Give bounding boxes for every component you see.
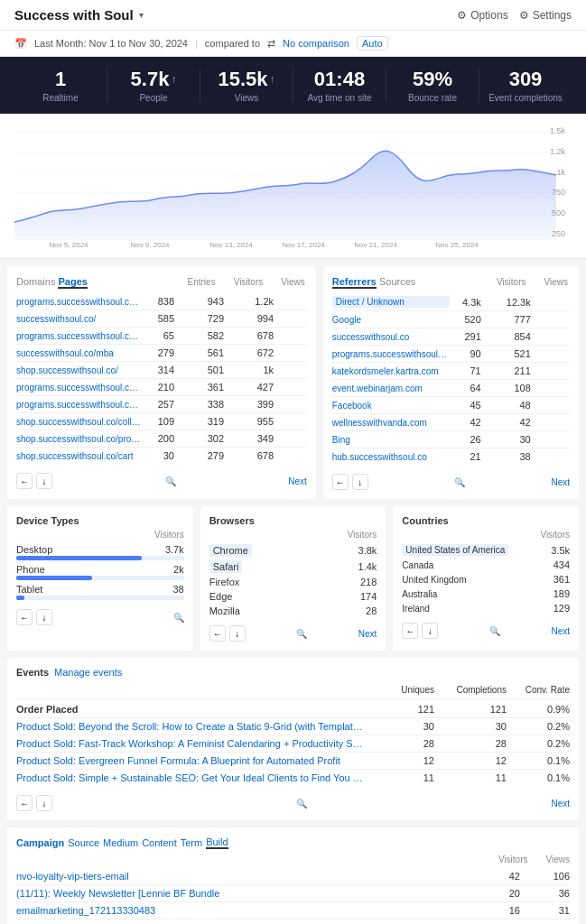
campaign-source-label[interactable]: Source [68,837,99,848]
events-icon-btn[interactable]: ↓ [36,795,52,811]
page-visitors-5: 361 [192,382,224,393]
pages-next-btn[interactable]: Next [288,476,307,486]
browser-visitors-3: 174 [360,591,377,602]
pages-tab[interactable]: Pages [58,276,87,289]
events-search-icon[interactable]: 🔍 [296,799,307,808]
referrer-values-0: 4.3k 12.3k [450,297,531,308]
countries-search-icon[interactable]: 🔍 [489,626,500,636]
table-row: Facebook 45 48 [332,397,570,414]
pages-footer: ← ↓ 🔍 Next [16,469,307,489]
campaign-name-2[interactable]: emailmarketing_172113330483 [16,905,488,916]
device-visitors-1: 2k [173,564,184,575]
referrer-visitors-4: 71 [450,365,481,376]
page-url-8[interactable]: shop.successwithsoul.co/products/the-roo… [16,434,143,444]
event-name-1[interactable]: Product Sold: Beyond the Scroll: How to … [16,721,371,732]
page-url-3[interactable]: successwithsoul.co/mba [16,348,143,358]
page-url-9[interactable]: shop.successwithsoul.co/cart [16,451,143,461]
chevron-down-icon[interactable]: ▾ [139,10,144,20]
table-row: wellnesswithvanda.com 42 42 [332,414,570,431]
page-views-5: 427 [242,382,274,393]
referrers-search-icon[interactable]: 🔍 [454,477,465,487]
event-name-2[interactable]: Product Sold: Fast-Track Workshop: A Fem… [16,738,371,749]
referrer-visitors-3: 90 [450,348,481,359]
list-item: Chrome 3.8k [209,542,377,559]
countries-next-btn[interactable]: Next [551,626,570,636]
referrer-source-0[interactable]: Direct / Unknown [332,296,450,308]
events-next-btn[interactable]: Next [551,799,570,808]
campaign-name-1[interactable]: (11/11): Weekly Newsletter [Lennie BF Bu… [16,888,488,899]
referrer-source-5[interactable]: event.webinarjam.com [332,383,450,393]
browsers-search-icon[interactable]: 🔍 [296,629,307,639]
campaign-build-label[interactable]: Build [206,836,228,849]
stat-item-0: 1Realtime [14,68,107,103]
referrers-prev-btn[interactable]: ← [332,474,349,490]
settings-button[interactable]: ⚙ Settings [519,9,572,22]
referrer-source-6[interactable]: Facebook [332,401,450,411]
referrer-source-3[interactable]: programs.successwithsoul.co [332,349,450,359]
page-values-4: 314 501 1k [143,365,274,375]
devices-search-icon[interactable]: 🔍 [173,613,184,623]
event-name-3[interactable]: Product Sold: Evergreen Funnel Formula: … [16,755,371,766]
campaign-label: Campaign [16,837,64,848]
referrer-source-2[interactable]: successwithsoul.co [332,332,450,342]
referrer-source-9[interactable]: hub.successwithsoul.co [332,452,450,462]
page-url-4[interactable]: shop.successwithsoul.co/ [16,365,143,375]
referrers-next-icon-btn[interactable]: ↓ [352,474,368,490]
pages-next-icon-btn[interactable]: ↓ [36,473,52,489]
pages-panel: Domains Pages Entries Visitors Views pro… [7,266,316,499]
countries-prev-btn[interactable]: ← [402,623,418,639]
page-url-1[interactable]: successwithsoul.co/ [16,314,143,324]
options-button[interactable]: ⚙ Options [457,9,507,22]
pages-prev-btn[interactable]: ← [16,473,33,489]
auto-button[interactable]: Auto [357,36,388,51]
site-title[interactable]: Success with Soul [14,7,134,23]
list-item: Firefox 218 [209,575,377,589]
page-url-2[interactable]: programs.successwithsoul.co/gidw-VIP [16,331,143,341]
campaign-name-0[interactable]: nvo-loyalty-vip-tiers-email [16,871,488,882]
page-values-3: 279 561 672 [143,347,274,358]
country-name-3: Australia [402,589,437,599]
page-url-5[interactable]: programs.successwithsoul.co/launch-lab [16,383,143,393]
browsers-prev-btn[interactable]: ← [209,625,226,642]
event-conv-rate-3: 0.1% [507,755,570,766]
events-prev-btn[interactable]: ← [16,795,33,811]
no-comparison-button[interactable]: No comparison [283,38,349,49]
page-values-2: 65 582 678 [143,330,274,341]
country-row-2: United Kingdom 361 [402,574,570,585]
list-item: Product Sold: Beyond the Scroll: How to … [16,718,570,735]
page-url-6[interactable]: programs.successwithsoul.co/BTS [16,400,143,410]
date-period[interactable]: Last Month: Nov 1 to Nov 30, 2024 [34,38,188,49]
devices-prev-btn[interactable]: ← [16,609,33,625]
page-url-7[interactable]: shop.successwithsoul.co/collections/all [16,417,143,427]
table-row: programs.successwithsoul.co/gidw-VIP 65 … [16,328,307,345]
campaign-rows: nvo-loyalty-vip-tiers-email 42 106 (11/1… [16,868,570,924]
referrers-rows: Direct / Unknown 4.3k 12.3k Google 520 7… [332,293,570,465]
referrer-source-7[interactable]: wellnesswithvanda.com [332,418,450,428]
browser-row-1: Safari 1.4k [209,560,377,573]
referrers-tab[interactable]: Referrers [332,276,377,289]
campaign-medium-label[interactable]: Medium [103,837,138,848]
devices-browsers-countries-row: Device Types Visitors Desktop 3.7k Phone… [7,506,579,651]
event-name-4[interactable]: Product Sold: Simple + Sustainable SEO: … [16,772,371,783]
country-visitors-4: 129 [553,603,570,614]
browsers-icon-btn[interactable]: ↓ [229,625,246,642]
page-url-0[interactable]: programs.successwithsoul.co/GIDW-nurture [16,297,143,307]
referrer-source-1[interactable]: Google [332,315,450,325]
list-item: Ireland 129 [402,601,570,615]
referrer-source-4[interactable]: katekordsmeler.kartra.com [332,366,450,376]
referrers-footer: ← ↓ 🔍 Next [332,470,570,490]
countries-icon-btn[interactable]: ↓ [422,623,438,639]
list-item: Product Sold: Simple + Sustainable SEO: … [16,770,570,786]
manage-events-link[interactable]: Manage events [54,667,122,678]
campaign-content-label[interactable]: Content [142,837,177,848]
country-visitors-1: 434 [553,559,570,570]
referrers-next-btn[interactable]: Next [551,477,570,487]
pages-panel-header: Domains Pages Entries Visitors Views [16,275,307,288]
browsers-next-btn[interactable]: Next [358,629,377,639]
country-visitors-0: 3.5k [551,545,570,556]
devices-icon-btn[interactable]: ↓ [36,609,52,625]
devices-rows: Desktop 3.7k Phone 2k Tablet 38 [16,542,184,602]
campaign-term-label[interactable]: Term [181,837,202,848]
pages-search-icon[interactable]: 🔍 [165,476,176,486]
referrer-source-8[interactable]: Bing [332,435,450,445]
